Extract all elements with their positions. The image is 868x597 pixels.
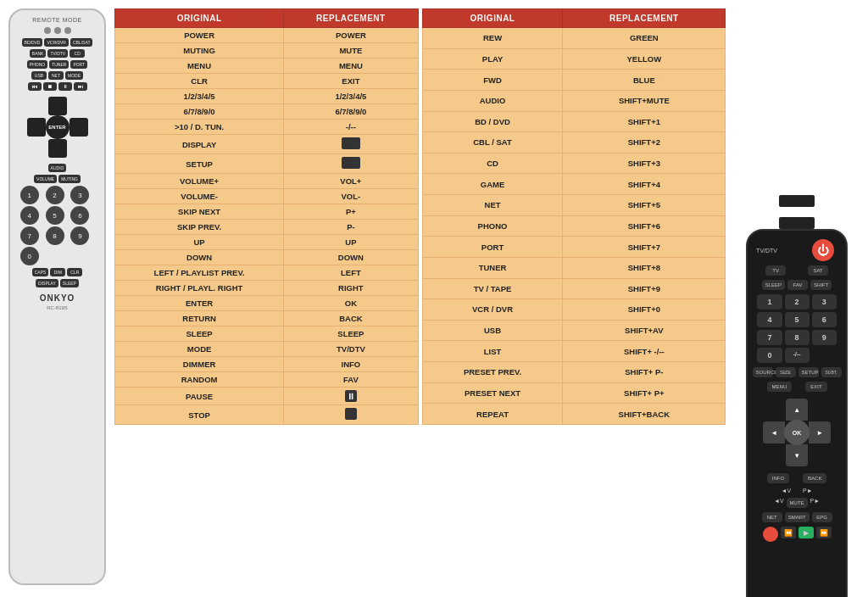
num8: 8 (46, 226, 64, 245)
bank-btn: BANK (30, 49, 47, 58)
table1-row-orig-20: MODE (115, 342, 284, 357)
num7: 7 (20, 226, 39, 245)
table1-row-repl-11: P+ (284, 204, 418, 220)
table2-row-repl-2: BLUE (563, 70, 726, 91)
table2-row-orig-4: BD / DVD (422, 111, 563, 132)
table2-row-repl-8: SHIFT+5 (563, 195, 726, 216)
up-arrow-icon: ▲ (786, 399, 808, 421)
left-remote: REMOTE MODE BD/DVD VCR/DVR CBL/SAT BANK … (8, 8, 106, 585)
fastfwd-btn: ⏩ (816, 527, 832, 538)
dpad-left (27, 118, 46, 137)
misc-row1: AUDIO (14, 164, 101, 172)
table1-row-repl-23: ⏸ (284, 388, 418, 405)
table1-row-repl-14: DOWN (284, 250, 418, 265)
table2-row-repl-16: SHIFT+ P- (563, 362, 726, 383)
sat-btn-rr: SAT (808, 265, 828, 276)
net-smart-row: NET SMART EPG (753, 512, 841, 522)
power-button[interactable]: ⏻ (812, 239, 834, 261)
rewind-btn: ⏪ (781, 527, 796, 538)
colored-transport-row: ⏪ ▶ ⏩ (753, 527, 841, 542)
input-row4: USB NET MODE (14, 71, 101, 80)
table2-row-orig-17: PRESET NEXT (422, 382, 563, 404)
num4: 4 (20, 206, 39, 225)
port-btn: PORT (70, 60, 87, 69)
table1-row-orig-12: SKIP PREV. (115, 220, 284, 235)
left-dpad: ENTER (27, 97, 88, 158)
input-row2: BANK TV/DTV CD (14, 49, 101, 58)
mute-btn-rr: MUTE (787, 498, 808, 508)
table2-row-repl-3: SHIFT+MUTE (563, 90, 726, 111)
table1-row-repl-10: VOL- (284, 189, 418, 204)
disp-btn: DISPLAY (36, 279, 58, 287)
smart-btn-rr: SMART (785, 512, 810, 522)
table1-header-replacement: REPLACEMENT (284, 9, 418, 28)
table2-row-orig-7: GAME (422, 174, 563, 195)
table1-row-orig-11: SKIP NEXT (115, 204, 284, 220)
transport-row1: ⏮ ⏹ ⏸ ⏭ (14, 82, 101, 91)
vol-ch-row: ◄V P► (753, 488, 841, 494)
rr-dpad-up: ▲ (786, 399, 808, 421)
display-icon (342, 137, 360, 149)
table2-row-repl-13: SHIFT+0 (563, 299, 726, 321)
table1-row-repl-12: P- (284, 220, 418, 235)
table1-row-repl-17: OK (284, 296, 418, 311)
table1-row-orig-18: RETURN (115, 311, 284, 326)
table1-row-orig-8: SETUP (115, 154, 284, 174)
dot3 (64, 27, 71, 34)
table1-row-orig-24: STOP (115, 405, 284, 425)
red-btn (763, 527, 778, 542)
net-btn-rr: NET (762, 512, 782, 522)
fav-btn-rr: FAV (787, 280, 808, 290)
net-btn: NET (48, 71, 64, 80)
tables-section: ORIGINAL REPLACEMENT POWERPOWERMUTINGMUT… (114, 8, 726, 425)
table2-row-orig-14: USB (422, 320, 563, 341)
rr-4: 4 (757, 312, 782, 327)
source-btn: SOURCE (753, 367, 773, 377)
table2-row-orig-10: PORT (422, 237, 563, 258)
ch-up-icon: P► (803, 488, 813, 494)
cbl-btn: CBL/SAT (70, 38, 92, 47)
table2-row-orig-0: REW (422, 28, 563, 49)
equals-bar-top (779, 195, 815, 207)
num9: 9 (70, 226, 89, 245)
table1-row-orig-5: 6/7/8/9/0 (115, 104, 284, 120)
pause-icon: ⏸ (345, 390, 357, 402)
vcr-btn: VCR/DVR (44, 38, 69, 47)
rr-dpad: ▲ ▼ ◄ ► OK (763, 399, 831, 466)
table1-row-repl-7 (284, 135, 418, 154)
table2-row-orig-15: LIST (422, 341, 563, 362)
table1-row-orig-17: ENTER (115, 296, 284, 311)
rr-1: 1 (757, 294, 782, 310)
table1-row-orig-1: MUTING (115, 43, 284, 59)
rr-8: 8 (785, 330, 810, 345)
table2-row-repl-7: SHIFT+4 (563, 174, 726, 195)
table1-row-orig-7: DISPLAY (115, 135, 284, 154)
tv-btn-rr: TV (765, 265, 786, 276)
table1-row-repl-8 (284, 154, 418, 174)
table1-row-repl-1: MUTE (284, 43, 418, 59)
table1-row-orig-10: VOLUME- (115, 189, 284, 204)
table2-row-orig-9: PHONO (422, 215, 563, 237)
setup-icon (342, 157, 360, 169)
tuner-btn: TUNER (49, 60, 69, 69)
clr-btn: CLR (67, 268, 82, 276)
exit-btn-rr: EXIT (805, 382, 826, 392)
input-row3: PHONO TUNER PORT (14, 60, 101, 69)
audio-btn: AUDIO (48, 164, 67, 172)
table2-row-repl-18: SHIFT+BACK (563, 404, 726, 425)
prev-btn: ⏮ (28, 82, 42, 91)
dpad-up (48, 97, 67, 115)
mute-row: ◄V MUTE P► (753, 498, 841, 508)
menu-exit-row: MENU EXIT (753, 382, 841, 392)
info-btn-rr: INFO (767, 473, 789, 483)
left-arrow-icon: ◄ (763, 421, 785, 444)
num1: 1 (20, 186, 39, 204)
source-row: SOURCE SIZE SETUP SUBT. (753, 367, 841, 377)
tv-btn: TV/DTV (47, 49, 68, 58)
down-arrow-icon: ▼ (786, 444, 808, 466)
table2-row-repl-15: SHIFT+ -/-- (563, 341, 726, 362)
stop-icon (345, 408, 357, 420)
brand-label: ONKYO (40, 293, 75, 303)
table2-row-repl-6: SHIFT+3 (563, 153, 726, 174)
right-column: TV/DTV ⏻ TV SAT SLEEP FAV SHIFT 1 2 3 4 (734, 8, 860, 597)
